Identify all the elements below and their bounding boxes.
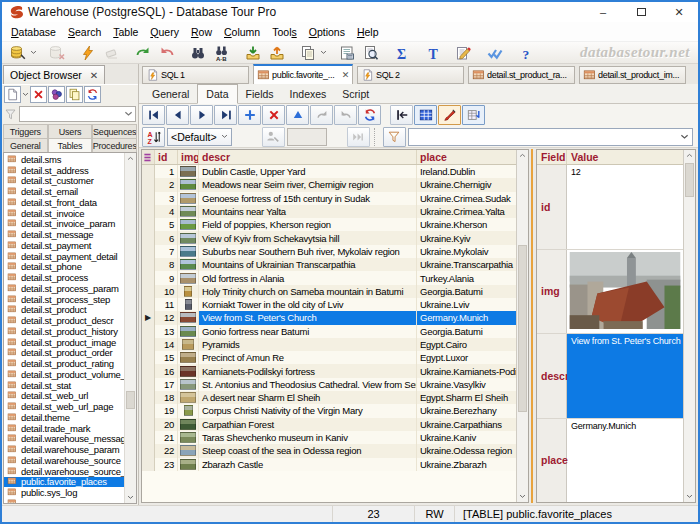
grid-view-button[interactable] xyxy=(414,105,437,125)
doc-tab-sql[interactable]: SQL 2 xyxy=(357,66,464,84)
table-item[interactable]: detail.st_process xyxy=(4,272,124,283)
table-item[interactable]: detail.theme xyxy=(4,412,124,423)
scroll-up-icon[interactable] xyxy=(684,150,695,161)
table-item[interactable]: detail.trade_mark xyxy=(4,423,124,434)
table-item[interactable]: detail.st_front_data xyxy=(4,197,124,208)
edit-pen-button[interactable] xyxy=(452,43,476,63)
column-header-descr[interactable]: descr xyxy=(199,150,417,164)
first-record-button[interactable] xyxy=(142,105,165,125)
export-data-button[interactable] xyxy=(265,43,289,63)
object-tab-procedures[interactable]: Procedures xyxy=(92,138,137,152)
grid-row[interactable]: 16Kamianets-Podilskyi fortressUkraine.Ka… xyxy=(142,364,516,377)
replace-binoculars-button[interactable]: A·B xyxy=(210,43,234,63)
column-header-img[interactable]: img xyxy=(178,150,199,164)
object-browser-tab[interactable]: Object Browser ✕ xyxy=(3,65,105,84)
inspector-row-descr[interactable]: descrView from St. Peter's Church xyxy=(537,334,683,419)
scroll-up-icon[interactable] xyxy=(125,153,136,164)
commit-button[interactable] xyxy=(310,105,333,125)
table-item[interactable]: detail.st_product_history xyxy=(4,326,124,337)
grid-row[interactable]: 21Taras Shevchenko museum in KanivUkrain… xyxy=(142,431,516,444)
filter-button[interactable] xyxy=(383,127,406,147)
scroll-down-icon[interactable] xyxy=(517,491,528,502)
doc-tab-table[interactable]: detail.st_product_im... xyxy=(579,66,686,84)
scroll-up-icon[interactable] xyxy=(517,150,528,161)
view-tab-indexes[interactable]: Indexes xyxy=(282,85,335,103)
insert-record-button[interactable] xyxy=(238,105,261,125)
grid-row[interactable]: 15Precinct of Amun ReEgypt.Luxor xyxy=(142,351,516,364)
help-button[interactable]: ? xyxy=(514,43,538,63)
table-item[interactable]: detail.st_stat xyxy=(4,380,124,391)
tab-close-icon[interactable]: ✕ xyxy=(342,70,349,80)
find-binoculars-button[interactable] xyxy=(186,43,210,63)
table-item[interactable]: detail.warehouse_param xyxy=(4,444,124,455)
copy-button[interactable] xyxy=(296,43,320,63)
menu-options[interactable]: Options xyxy=(303,24,351,40)
grid-row[interactable]: 4Mountains near YaltaUkraine.Crimea.Yalt… xyxy=(142,205,516,218)
object-filter-combobox[interactable] xyxy=(19,106,136,122)
inspector-row-id[interactable]: id12 xyxy=(537,165,683,250)
delete-record-button[interactable] xyxy=(262,105,285,125)
table-item[interactable]: detail.sms xyxy=(4,154,124,165)
menu-search[interactable]: Search xyxy=(62,24,107,40)
import-data-button[interactable] xyxy=(241,43,265,63)
last-record-button[interactable] xyxy=(214,105,237,125)
execute-bolt-button[interactable] xyxy=(76,43,100,63)
redo-green-button[interactable] xyxy=(131,43,155,63)
grid-row[interactable]: 6View of Kyiv from Schekavytsia hillUkra… xyxy=(142,231,516,244)
grid-row[interactable]: 1Dublin Castle, Upper YardIreland.Dublin xyxy=(142,165,516,178)
db-objects-button[interactable] xyxy=(48,86,65,103)
prior-record-button[interactable] xyxy=(166,105,189,125)
new-object-dropdown-icon[interactable] xyxy=(22,85,29,105)
text-format-button[interactable]: T xyxy=(421,43,445,63)
spell-check-button[interactable] xyxy=(483,43,507,63)
close-button[interactable]: ✕ xyxy=(660,2,698,22)
object-tab-sequences[interactable]: Sequences xyxy=(92,124,137,138)
table-item[interactable] xyxy=(4,498,124,504)
object-tab-triggers[interactable]: Triggers xyxy=(3,124,48,138)
new-object-button[interactable] xyxy=(4,86,21,103)
table-item[interactable]: public.favorite_places xyxy=(4,477,124,488)
goto-column-button[interactable] xyxy=(390,105,413,125)
object-tab-tables[interactable]: Tables xyxy=(48,138,93,152)
refresh-objects-button[interactable] xyxy=(84,86,101,103)
tables-list-scrollbar[interactable] xyxy=(124,153,136,503)
doc-tab-sql[interactable]: SQL 1 xyxy=(142,66,249,84)
sigma-button[interactable]: Σ xyxy=(390,43,414,63)
table-item[interactable]: detail.st_payment xyxy=(4,240,124,251)
menu-tools[interactable]: Tools xyxy=(266,24,303,40)
table-item[interactable]: detail.st_product xyxy=(4,305,124,316)
print-preview-button[interactable] xyxy=(359,43,383,63)
table-item[interactable]: detail.warehouse_source xyxy=(4,455,124,466)
menu-database[interactable]: Database xyxy=(5,24,62,40)
db-connect-dropdown-icon[interactable] xyxy=(30,43,38,63)
edit-record-button[interactable] xyxy=(286,105,309,125)
grid-row[interactable]: 8Mountains of Ukrainian TranscarpathiaUk… xyxy=(142,258,516,271)
locate-button[interactable] xyxy=(262,127,285,147)
grid-row[interactable]: 20Carpathian ForestUkraine.Carpathians xyxy=(142,418,516,431)
maximize-button[interactable] xyxy=(622,2,660,22)
table-item[interactable]: detail.st_web_url xyxy=(4,391,124,402)
copy-dropdown-icon[interactable] xyxy=(320,43,328,63)
table-item[interactable]: detail.st_invoice_param xyxy=(4,219,124,230)
table-item[interactable]: public.sys_log xyxy=(4,487,124,498)
scroll-thumb[interactable] xyxy=(126,391,135,409)
delete-object-button[interactable] xyxy=(30,86,47,103)
doc-tab-table[interactable]: public.favorite_...✕ xyxy=(253,64,353,84)
inspector-row-img[interactable]: img xyxy=(537,250,683,335)
table-item[interactable]: detail.st_process_param xyxy=(4,283,124,294)
menu-column[interactable]: Column xyxy=(218,24,266,40)
filter-view-button[interactable] xyxy=(462,105,485,125)
scroll-thumb[interactable] xyxy=(518,245,527,412)
rollback-button[interactable] xyxy=(334,105,357,125)
grid-row[interactable]: 18A desert near Sharm El SheihEgypt.Shar… xyxy=(142,391,516,404)
table-item[interactable]: detail.st_invoice xyxy=(4,208,124,219)
table-item[interactable]: detail.warehouse_messag xyxy=(4,434,124,445)
inspector-scrollbar[interactable] xyxy=(683,150,695,502)
grid-row[interactable]: 5Field of poppies, Kherson regionUkraine… xyxy=(142,218,516,231)
scroll-down-icon[interactable] xyxy=(125,492,136,503)
grid-row[interactable]: 9Old fortress in AlaniaTurkey.Alania xyxy=(142,271,516,284)
panel-splitter[interactable] xyxy=(529,149,536,503)
view-tab-data[interactable]: Data xyxy=(197,84,237,104)
object-tab-users[interactable]: Users xyxy=(48,124,93,138)
grid-row[interactable]: 3Genoese fortress of 15th century in Sud… xyxy=(142,192,516,205)
